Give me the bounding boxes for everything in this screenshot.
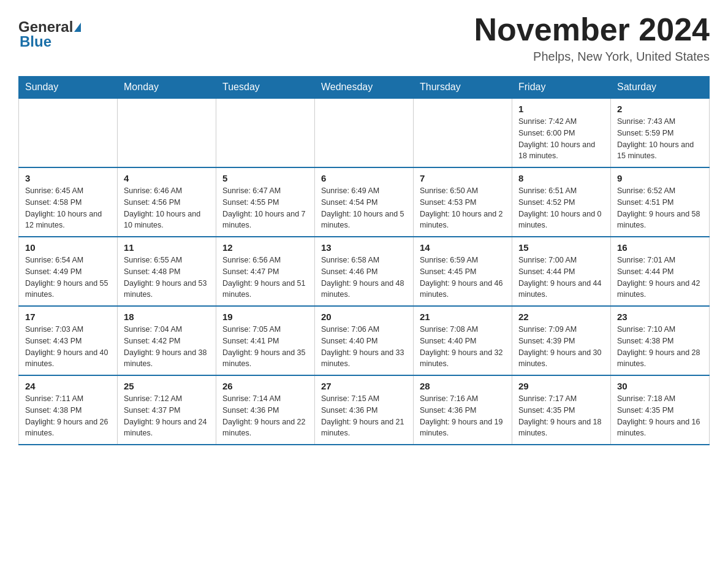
day-detail: Sunrise: 7:11 AMSunset: 4:38 PMDaylight:…	[25, 393, 111, 439]
day-detail: Sunrise: 7:42 AMSunset: 6:00 PMDaylight:…	[518, 116, 604, 162]
calendar-week-1: 1Sunrise: 7:42 AMSunset: 6:00 PMDaylight…	[19, 98, 710, 167]
day-detail: Sunrise: 7:01 AMSunset: 4:44 PMDaylight:…	[617, 255, 703, 301]
day-number: 2	[617, 104, 703, 114]
sunrise-text: Sunrise: 7:04 AM	[124, 324, 210, 335]
daylight-text: Daylight: 9 hours and 55 minutes.	[25, 278, 111, 301]
day-number: 8	[518, 173, 604, 183]
day-detail: Sunrise: 6:58 AMSunset: 4:46 PMDaylight:…	[321, 255, 407, 301]
logo-triangle-icon	[74, 23, 81, 32]
weekday-header-wednesday: Wednesday	[315, 77, 414, 99]
calendar-week-3: 10Sunrise: 6:54 AMSunset: 4:49 PMDayligh…	[19, 237, 710, 306]
day-number: 12	[222, 242, 308, 253]
calendar-cell-w1-d7: 2Sunrise: 7:43 AMSunset: 5:59 PMDaylight…	[611, 98, 710, 167]
day-detail: Sunrise: 7:06 AMSunset: 4:40 PMDaylight:…	[321, 324, 407, 370]
sunset-text: Sunset: 4:56 PM	[124, 197, 210, 209]
sunset-text: Sunset: 4:58 PM	[25, 197, 111, 209]
sunset-text: Sunset: 5:59 PM	[617, 128, 703, 139]
daylight-text: Daylight: 9 hours and 53 minutes.	[124, 278, 210, 301]
sunrise-text: Sunrise: 6:45 AM	[25, 185, 111, 197]
daylight-text: Daylight: 10 hours and 10 minutes.	[124, 209, 210, 232]
sunset-text: Sunset: 6:00 PM	[518, 128, 604, 139]
sunset-text: Sunset: 4:35 PM	[617, 405, 703, 416]
daylight-text: Daylight: 9 hours and 32 minutes.	[420, 347, 506, 370]
calendar-cell-w3-d3: 12Sunrise: 6:56 AMSunset: 4:47 PMDayligh…	[216, 237, 315, 306]
daylight-text: Daylight: 9 hours and 19 minutes.	[420, 416, 506, 440]
calendar-cell-w4-d5: 21Sunrise: 7:08 AMSunset: 4:40 PMDayligh…	[414, 306, 512, 375]
sunset-text: Sunset: 4:40 PM	[321, 335, 407, 347]
sunrise-text: Sunrise: 7:03 AM	[25, 324, 111, 335]
daylight-text: Daylight: 9 hours and 24 minutes.	[124, 416, 210, 440]
sunrise-text: Sunrise: 7:42 AM	[518, 116, 604, 128]
daylight-text: Daylight: 9 hours and 42 minutes.	[617, 278, 703, 301]
calendar-cell-w1-d4	[315, 98, 414, 167]
sunrise-text: Sunrise: 6:46 AM	[124, 185, 210, 197]
day-detail: Sunrise: 6:51 AMSunset: 4:52 PMDaylight:…	[518, 185, 604, 231]
day-detail: Sunrise: 7:03 AMSunset: 4:43 PMDaylight:…	[25, 324, 111, 370]
calendar-cell-w2-d4: 6Sunrise: 6:49 AMSunset: 4:54 PMDaylight…	[315, 167, 414, 237]
day-number: 25	[124, 381, 210, 391]
sunset-text: Sunset: 4:45 PM	[420, 266, 506, 278]
day-detail: Sunrise: 7:16 AMSunset: 4:36 PMDaylight:…	[420, 393, 506, 439]
sunrise-text: Sunrise: 7:12 AM	[124, 393, 210, 405]
calendar-cell-w2-d3: 5Sunrise: 6:47 AMSunset: 4:55 PMDaylight…	[216, 167, 315, 237]
sunset-text: Sunset: 4:41 PM	[222, 335, 308, 347]
page-header: General Blue November 2024 Phelps, New Y…	[18, 12, 710, 64]
daylight-text: Daylight: 9 hours and 33 minutes.	[321, 347, 407, 370]
daylight-text: Daylight: 9 hours and 58 minutes.	[617, 209, 703, 232]
calendar-cell-w2-d7: 9Sunrise: 6:52 AMSunset: 4:51 PMDaylight…	[611, 167, 710, 237]
calendar-week-5: 24Sunrise: 7:11 AMSunset: 4:38 PMDayligh…	[19, 375, 710, 445]
calendar-cell-w5-d6: 29Sunrise: 7:17 AMSunset: 4:35 PMDayligh…	[512, 375, 611, 445]
day-detail: Sunrise: 7:05 AMSunset: 4:41 PMDaylight:…	[222, 324, 308, 370]
day-number: 26	[222, 381, 308, 391]
sunset-text: Sunset: 4:38 PM	[25, 405, 111, 416]
sunrise-text: Sunrise: 6:56 AM	[222, 255, 308, 266]
calendar-cell-w4-d2: 18Sunrise: 7:04 AMSunset: 4:42 PMDayligh…	[118, 306, 216, 375]
calendar-cell-w1-d1	[19, 98, 118, 167]
day-number: 23	[617, 312, 703, 322]
day-number: 17	[25, 312, 111, 322]
sunrise-text: Sunrise: 7:00 AM	[518, 255, 604, 266]
calendar-week-4: 17Sunrise: 7:03 AMSunset: 4:43 PMDayligh…	[19, 306, 710, 375]
daylight-text: Daylight: 9 hours and 30 minutes.	[518, 347, 604, 370]
daylight-text: Daylight: 9 hours and 18 minutes.	[518, 416, 604, 440]
day-number: 30	[617, 381, 703, 391]
calendar-cell-w2-d1: 3Sunrise: 6:45 AMSunset: 4:58 PMDaylight…	[19, 167, 118, 237]
day-number: 10	[25, 242, 111, 253]
day-number: 3	[25, 173, 111, 183]
day-detail: Sunrise: 7:00 AMSunset: 4:44 PMDaylight:…	[518, 255, 604, 301]
daylight-text: Daylight: 10 hours and 15 minutes.	[617, 139, 703, 163]
weekday-header-friday: Friday	[512, 77, 611, 99]
calendar-cell-w3-d2: 11Sunrise: 6:55 AMSunset: 4:48 PMDayligh…	[118, 237, 216, 306]
day-number: 20	[321, 312, 407, 322]
day-number: 15	[518, 242, 604, 253]
calendar-title: November 2024	[474, 12, 710, 47]
daylight-text: Daylight: 9 hours and 46 minutes.	[420, 278, 506, 301]
day-number: 13	[321, 242, 407, 253]
weekday-header-monday: Monday	[118, 77, 216, 99]
day-detail: Sunrise: 7:08 AMSunset: 4:40 PMDaylight:…	[420, 324, 506, 370]
daylight-text: Daylight: 9 hours and 28 minutes.	[617, 347, 703, 370]
calendar-cell-w4-d6: 22Sunrise: 7:09 AMSunset: 4:39 PMDayligh…	[512, 306, 611, 375]
daylight-text: Daylight: 10 hours and 2 minutes.	[420, 209, 506, 232]
day-number: 9	[617, 173, 703, 183]
daylight-text: Daylight: 9 hours and 21 minutes.	[321, 416, 407, 440]
sunrise-text: Sunrise: 6:58 AM	[321, 255, 407, 266]
sunset-text: Sunset: 4:39 PM	[518, 335, 604, 347]
calendar-cell-w2-d6: 8Sunrise: 6:51 AMSunset: 4:52 PMDaylight…	[512, 167, 611, 237]
sunset-text: Sunset: 4:43 PM	[25, 335, 111, 347]
sunset-text: Sunset: 4:36 PM	[321, 405, 407, 416]
daylight-text: Daylight: 10 hours and 5 minutes.	[321, 209, 407, 232]
day-number: 16	[617, 242, 703, 253]
calendar-cell-w2-d2: 4Sunrise: 6:46 AMSunset: 4:56 PMDaylight…	[118, 167, 216, 237]
calendar-week-2: 3Sunrise: 6:45 AMSunset: 4:58 PMDaylight…	[19, 167, 710, 237]
day-number: 28	[420, 381, 506, 391]
calendar-table: SundayMondayTuesdayWednesdayThursdayFrid…	[18, 76, 710, 445]
day-number: 24	[25, 381, 111, 391]
sunrise-text: Sunrise: 6:55 AM	[124, 255, 210, 266]
sunset-text: Sunset: 4:51 PM	[617, 197, 703, 209]
sunrise-text: Sunrise: 7:09 AM	[518, 324, 604, 335]
calendar-cell-w1-d5	[414, 98, 512, 167]
sunrise-text: Sunrise: 6:51 AM	[518, 185, 604, 197]
sunset-text: Sunset: 4:38 PM	[617, 335, 703, 347]
day-number: 7	[420, 173, 506, 183]
